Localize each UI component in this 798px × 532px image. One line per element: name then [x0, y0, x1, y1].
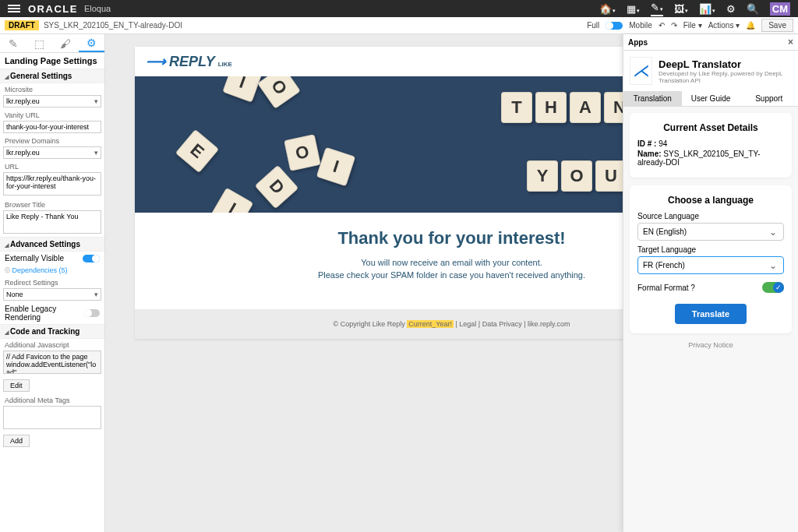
target-lang-label: Target Language	[637, 245, 784, 254]
ext-visible-label: Externally Visible	[5, 254, 64, 262]
apps-panel: Apps × ⋌ DeepL Translator Developed by L…	[623, 34, 798, 532]
app-body: Current Asset Details ID # : 94 Name: SY…	[623, 107, 798, 532]
edit-js-button[interactable]: Edit	[3, 379, 30, 392]
apps-title: Apps	[628, 38, 648, 47]
user-badge[interactable]: CM	[770, 2, 790, 16]
sidebar-title: Landing Page Settings	[0, 53, 104, 69]
home-icon[interactable]: 🏠	[599, 3, 616, 15]
settings-icon[interactable]: ⚙	[726, 3, 736, 15]
formal-label: Formal Format ?	[637, 284, 695, 292]
tab-translation[interactable]: Translation	[623, 91, 682, 106]
formal-row: Formal Format ?	[637, 282, 784, 293]
formal-toggle[interactable]	[762, 282, 784, 293]
browser-title-input[interactable]: Like Reply - Thank You	[3, 210, 101, 234]
tab-brush-icon[interactable]: 🖌	[52, 34, 79, 52]
apps-panel-header: Apps ×	[623, 34, 798, 51]
tab-box-icon[interactable]: ⬚	[26, 34, 53, 52]
legacy-label: Enable Legacy Rendering	[5, 305, 84, 322]
redirect-label: Redirect Settings	[0, 277, 104, 287]
tab-support[interactable]: Support	[740, 91, 798, 106]
meta-input[interactable]	[3, 406, 101, 429]
language-card: Choose a language Source Language EN (En…	[630, 185, 792, 333]
undo-icon[interactable]: ↶	[659, 21, 665, 30]
brand-logo: ORACLE	[28, 3, 78, 15]
url-label: URL	[0, 160, 104, 171]
js-preview: // Add Favicon to the page window.addEve…	[3, 351, 101, 374]
settings-sidebar: ✎ ⬚ 🖌 ⚙ Landing Page Settings General Se…	[0, 34, 105, 532]
section-general[interactable]: General Settings	[0, 69, 104, 83]
search-icon[interactable]: 🔍	[747, 3, 759, 15]
vanity-label: Vanity URL	[0, 109, 104, 119]
redirect-select[interactable]: None	[3, 288, 101, 301]
draft-badge: DRAFT	[5, 20, 39, 30]
asset-name: SYS_LKR_202105_EN_TY-already-DOI	[44, 21, 182, 30]
microsite-label: Microsite	[0, 83, 104, 93]
app-subtitle: Developed by Like Reply, powered by Deep…	[659, 70, 792, 84]
chart-icon[interactable]: 📊	[699, 3, 715, 15]
full-label: Full	[587, 21, 599, 30]
deepl-icon: ⋌	[630, 57, 652, 85]
section-code[interactable]: Code and Tracking	[0, 324, 104, 339]
redo-icon[interactable]: ↷	[671, 21, 677, 30]
app-tabs: Translation User Guide Support	[623, 91, 798, 107]
microsite-select[interactable]: lkr.reply.eu	[3, 95, 101, 107]
app-info: ⋌ DeepL Translator Developed by Like Rep…	[623, 51, 798, 91]
actions-menu[interactable]: Actions ▾	[708, 21, 740, 30]
sidebar-tabs: ✎ ⬚ 🖌 ⚙	[0, 34, 104, 53]
asset-card-title: Current Asset Details	[637, 122, 784, 133]
ext-visible-toggle[interactable]	[83, 255, 100, 262]
js-label: Additional Javascript	[0, 339, 104, 349]
tab-guide[interactable]: User Guide	[682, 91, 740, 106]
source-lang-label: Source Language	[637, 212, 784, 220]
product-name: Eloqua	[84, 4, 111, 13]
tab-gear-icon[interactable]: ⚙	[79, 34, 105, 52]
translate-button[interactable]: Translate	[675, 304, 747, 324]
tab-layout-icon[interactable]: ✎	[0, 34, 26, 52]
preview-label: Preview Domains	[0, 135, 104, 145]
source-lang-select[interactable]: EN (English)	[637, 223, 784, 241]
bell-icon[interactable]: 🔔	[746, 21, 755, 30]
meta-label: Additional Meta Tags	[0, 394, 104, 404]
app-name: DeepL Translator	[659, 58, 792, 70]
dependencies-link[interactable]: Dependencies (5)	[0, 265, 104, 277]
edit-icon[interactable]: ✎	[651, 2, 663, 16]
target-lang-select[interactable]: FR (French)	[637, 256, 784, 274]
add-meta-button[interactable]: Add	[3, 435, 30, 447]
ext-visible-row: Externally Visible	[0, 252, 104, 265]
mobile-label: Mobile	[629, 21, 651, 30]
grid-icon[interactable]: ▦	[627, 3, 640, 15]
file-menu[interactable]: File ▾	[683, 21, 702, 30]
privacy-link[interactable]: Privacy Notice	[630, 341, 792, 349]
image-icon[interactable]: 🖼	[674, 3, 688, 15]
vanity-input[interactable]	[3, 121, 101, 133]
preview-select[interactable]: lkr.reply.eu	[3, 146, 101, 159]
save-button[interactable]: Save	[761, 19, 793, 32]
top-header: ORACLE Eloqua 🏠 ▦ ✎ 🖼 📊 ⚙ 🔍 CM	[0, 0, 798, 17]
lang-card-title: Choose a language	[637, 195, 784, 206]
close-icon[interactable]: ×	[788, 37, 793, 48]
section-advanced[interactable]: Advanced Settings	[0, 237, 104, 252]
browser-title-label: Browser Title	[0, 199, 104, 209]
legacy-toggle[interactable]	[84, 309, 100, 317]
header-actions: 🏠 ▦ ✎ 🖼 📊 ⚙ 🔍 CM	[599, 2, 790, 16]
device-toggle[interactable]	[606, 22, 623, 30]
menu-icon[interactable]	[8, 3, 20, 14]
asset-details-card: Current Asset Details ID # : 94 Name: SY…	[630, 113, 792, 178]
sub-header: DRAFT SYS_LKR_202105_EN_TY-already-DOI F…	[0, 17, 798, 34]
url-value: https://lkr.reply.eu/thank-you-for-your-…	[3, 172, 101, 196]
sub-header-actions: Full Mobile ↶ ↷ File ▾ Actions ▾ 🔔 Save	[587, 19, 793, 32]
legacy-row: Enable Legacy Rendering	[0, 302, 104, 324]
